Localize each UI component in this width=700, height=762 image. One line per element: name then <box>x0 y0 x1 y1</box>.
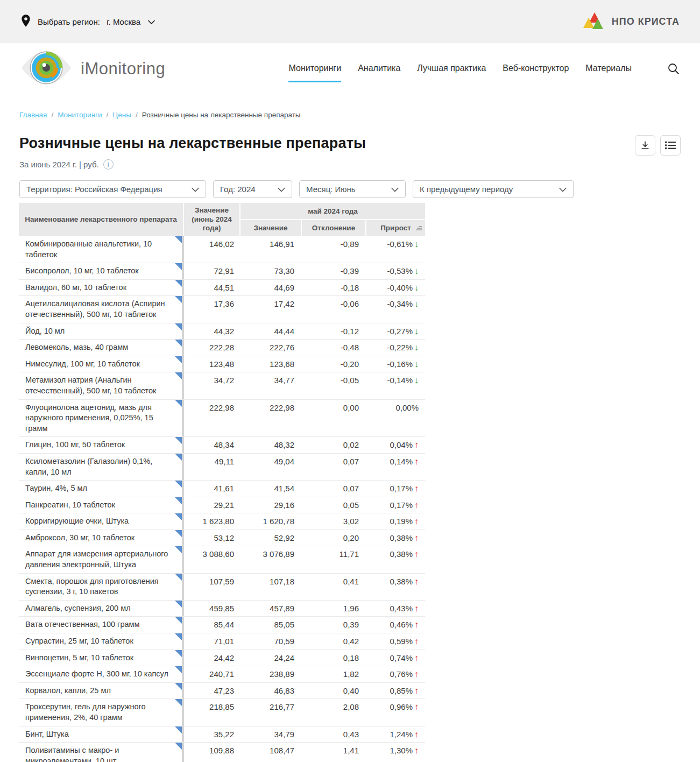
table-row[interactable]: Аппарат для измерения артериального давл… <box>19 546 425 573</box>
table-row[interactable]: Нимесулид, 100 мг, 10 таблеток 123,48 12… <box>19 356 425 373</box>
growth-value: 0,96% <box>390 702 413 712</box>
table-row[interactable]: Таурин, 4%, 5 мл 41,61 41,54 0,07 0,17% … <box>19 481 425 497</box>
drug-name-cell[interactable]: Корвалол, капли, 25 мл <box>19 683 184 699</box>
drug-name-cell[interactable]: Алмагель, суспензия, 200 мл <box>19 601 184 617</box>
table-row[interactable]: Комбинированные анальгетики, 10 таблеток… <box>19 236 425 263</box>
drug-name: Алмагель, суспензия, 200 мл <box>25 604 131 612</box>
table-row[interactable]: Йод, 10 мл 44,32 44,44 -0,12 -0,27% ↓ <box>19 323 425 340</box>
nav-analitika[interactable]: Аналитика <box>358 64 400 82</box>
list-view-button[interactable] <box>660 135 681 156</box>
table-row[interactable]: Корвалол, капли, 25 мл 47,23 46,83 0,40 … <box>19 683 425 700</box>
growth-value: 0,38% <box>390 549 413 560</box>
value-june-cell: 48,34 <box>184 437 239 453</box>
drug-name-cell[interactable]: Вата отечественная, 100 грамм <box>19 617 184 633</box>
growth-cell: 0,43% ↑ <box>364 601 423 617</box>
drug-name: Поливитамины с макро- и микроэлементами,… <box>25 746 119 762</box>
drug-name-cell[interactable]: Йод, 10 мл <box>19 323 184 340</box>
trend-arrow-icon: ↑ <box>414 603 419 614</box>
growth-value: -0,16% <box>387 359 413 370</box>
header-growth[interactable]: Прирост <box>366 220 425 236</box>
table-row[interactable]: Левомеколь, мазь, 40 грамм 222,28 222,76… <box>19 340 425 356</box>
value-june-cell: 1 623,80 <box>184 513 239 530</box>
drug-name-cell[interactable]: Смекта, порошок для приготовления суспен… <box>19 574 184 600</box>
drug-name-cell[interactable]: Глицин, 100 мг, 50 таблеток <box>19 437 184 453</box>
drug-name-cell[interactable]: Корригирующие очки, Штука <box>19 513 184 530</box>
table-row[interactable]: Эссенциале форте Н, 300 мг, 10 капсул 24… <box>19 666 425 683</box>
sort-icon[interactable] <box>416 224 422 234</box>
table-row[interactable]: Амброксол, 30 мг, 10 таблеток 53,12 52,9… <box>19 530 425 547</box>
growth-value: 0,38% <box>390 533 413 544</box>
trend-arrow-icon: ↑ <box>414 440 419 450</box>
table-row[interactable]: Винпоцетин, 5 мг, 10 таблеток 24,42 24,2… <box>19 650 425 667</box>
download-button[interactable] <box>635 135 655 156</box>
nav-materialy[interactable]: Материалы <box>585 64 632 82</box>
drug-name-cell[interactable]: Панкреатин, 10 таблеток <box>19 497 184 513</box>
table-row[interactable]: Бинт, Штука 35,22 34,79 0,43 1,24% ↑ <box>19 726 425 743</box>
drug-name-cell[interactable]: Амброксол, 30 мг, 10 таблеток <box>19 530 184 546</box>
corner-marker-icon <box>175 454 182 461</box>
table-row[interactable]: Ацетилсалициловая кислота (Аспирин отече… <box>19 296 425 323</box>
growth-value: 0,43% <box>390 603 413 614</box>
drug-name-cell[interactable]: Валидол, 60 мг, 10 таблеток <box>19 280 184 296</box>
drug-name-cell[interactable]: Таурин, 4%, 5 мл <box>19 481 184 497</box>
drug-name-cell[interactable]: Ацетилсалициловая кислота (Аспирин отече… <box>19 296 184 322</box>
table-row[interactable]: Бисопролол, 10 мг, 10 таблеток 72,91 73,… <box>19 263 425 280</box>
drug-name: Смекта, порошок для приготовления суспен… <box>25 577 159 596</box>
info-icon[interactable]: i <box>103 159 114 170</box>
value-may-cell: 123,68 <box>239 356 300 372</box>
table-row[interactable]: Ксилометазолин (Галазолин) 0,1%, капли, … <box>19 454 425 481</box>
nav-monitoringi[interactable]: Мониторинги <box>288 64 341 82</box>
table-row[interactable]: Троксерутин, гель для наружного применен… <box>19 699 425 726</box>
drug-name-cell[interactable]: Бисопролол, 10 мг, 10 таблеток <box>19 263 184 279</box>
imonitoring-logo[interactable]: iMonitoring <box>20 48 165 89</box>
drug-name-cell[interactable]: Винпоцетин, 5 мг, 10 таблеток <box>19 650 184 666</box>
trend-arrow-icon: ↑ <box>414 483 419 494</box>
filter-compare-period[interactable]: К предыдущему периоду <box>413 180 574 198</box>
drug-name-cell[interactable]: Ксилометазолин (Галазолин) 0,1%, капли, … <box>19 454 184 480</box>
drug-name-cell[interactable]: Метамизол натрия (Анальгин отечественный… <box>19 372 184 399</box>
drug-name-cell[interactable]: Эссенциале форте Н, 300 мг, 10 капсул <box>19 666 184 682</box>
drug-name-cell[interactable]: Флуоцинолона ацетонид, мазь для наружног… <box>19 400 184 437</box>
table-row[interactable]: Смекта, порошок для приготовления суспен… <box>19 574 425 601</box>
filter-month[interactable]: Месяц: Июнь <box>299 180 406 198</box>
table-row[interactable]: Корригирующие очки, Штука 1 623,80 1 620… <box>19 513 425 530</box>
trend-arrow-icon: ↑ <box>414 576 419 587</box>
trend-arrow-icon: ↑ <box>414 729 419 740</box>
drug-name-cell[interactable]: Бинт, Штука <box>19 726 184 743</box>
table-row[interactable]: Алмагель, суспензия, 200 мл 459,85 457,8… <box>19 601 425 617</box>
deviation-cell: -0,39 <box>300 263 364 279</box>
value-june-cell: 71,01 <box>184 633 239 650</box>
table-row[interactable]: Поливитамины с макро- и микроэлементами,… <box>19 743 425 762</box>
value-june-cell: 3 088,60 <box>184 546 239 573</box>
drug-name-cell[interactable]: Нимесулид, 100 мг, 10 таблеток <box>19 356 184 372</box>
filter-year[interactable]: Год: 2024 <box>213 180 292 198</box>
table-row[interactable]: Глицин, 100 мг, 50 таблеток 48,34 48,32 … <box>19 437 425 454</box>
table-row[interactable]: Супрастин, 25 мг, 10 таблеток 71,01 70,5… <box>19 633 425 650</box>
value-june-cell: 47,23 <box>184 683 239 699</box>
drug-name-cell[interactable]: Левомеколь, мазь, 40 грамм <box>19 340 184 356</box>
filter-territory[interactable]: Территория: Российская Федерация <box>19 180 206 198</box>
trend-arrow-icon: ↑ <box>414 500 419 511</box>
table-row[interactable]: Вата отечественная, 100 грамм 85,44 85,0… <box>19 617 425 633</box>
growth-cell: -0,40% ↓ <box>364 280 423 296</box>
nav-veb-konstruktor[interactable]: Веб-конструктор <box>503 64 569 82</box>
nav-luchshaya-praktika[interactable]: Лучшая практика <box>417 64 486 82</box>
breadcrumb-monitoringi[interactable]: Мониторинги <box>58 111 102 119</box>
drug-name-cell[interactable]: Поливитамины с макро- и микроэлементами,… <box>19 743 184 762</box>
krista-triangles-icon <box>583 11 606 32</box>
region-selector[interactable]: Выбрать регион: г. Москва <box>20 14 155 30</box>
drug-name-cell[interactable]: Аппарат для измерения артериального давл… <box>19 546 184 573</box>
eye-logo-icon <box>20 48 72 89</box>
breadcrumb-tseny[interactable]: Цены <box>112 111 131 119</box>
drug-name-cell[interactable]: Троксерутин, гель для наружного применен… <box>19 699 184 725</box>
table-row[interactable]: Метамизол натрия (Анальгин отечественный… <box>19 372 425 399</box>
deviation-cell: -0,05 <box>300 372 364 399</box>
search-icon[interactable] <box>668 63 680 75</box>
breadcrumb-separator: / <box>136 111 138 119</box>
drug-name-cell[interactable]: Комбинированные анальгетики, 10 таблеток <box>19 236 184 263</box>
breadcrumb-glavnaya[interactable]: Главная <box>19 111 47 119</box>
table-row[interactable]: Валидол, 60 мг, 10 таблеток 44,51 44,69 … <box>19 280 425 297</box>
table-row[interactable]: Панкреатин, 10 таблеток 29,21 29,16 0,05… <box>19 497 425 514</box>
drug-name-cell[interactable]: Супрастин, 25 мг, 10 таблеток <box>19 633 184 650</box>
table-row[interactable]: Флуоцинолона ацетонид, мазь для наружног… <box>19 400 425 438</box>
